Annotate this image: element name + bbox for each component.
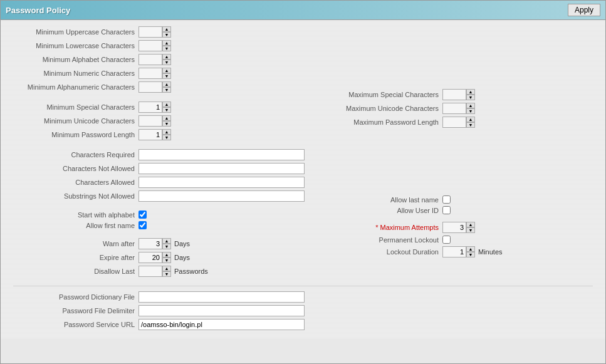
spinner-min-unicode[interactable]: ▲ ▼ (138, 115, 171, 127)
spinner-max-length[interactable]: ▲ ▼ (442, 117, 475, 128)
spinner-lowercase[interactable]: ▲ ▼ (138, 40, 171, 51)
input-chars-required[interactable] (138, 149, 305, 160)
input-service-url[interactable] (138, 319, 305, 330)
input-lowercase[interactable] (138, 40, 162, 51)
down-alphanumeric[interactable]: ▼ (162, 87, 171, 93)
form-row-uppercase: Minimum Uppercase Characters ▲ ▼ (13, 26, 305, 38)
down-max-special[interactable]: ▼ (466, 95, 475, 100)
up-expire[interactable]: ▲ (162, 252, 171, 257)
input-dict-file[interactable] (138, 291, 305, 303)
spinner-buttons-min-special[interactable]: ▲ ▼ (162, 101, 171, 113)
checkbox-permanent-lockout[interactable] (442, 236, 451, 244)
spinner-max-attempts[interactable]: ▲ ▼ (442, 222, 475, 233)
spinner-disallow[interactable]: ▲ ▼ (138, 266, 171, 277)
spinner-warn[interactable]: ▲ ▼ (138, 238, 171, 249)
input-min-length[interactable] (138, 129, 162, 140)
input-max-unicode[interactable] (442, 103, 466, 114)
spinner-buttons-max-attempts[interactable]: ▲ ▼ (466, 222, 475, 233)
input-min-special[interactable] (138, 101, 162, 113)
input-substrings[interactable] (138, 190, 305, 202)
down-min-unicode[interactable]: ▼ (162, 121, 171, 127)
up-uppercase[interactable]: ▲ (162, 26, 171, 32)
spinner-buttons-disallow[interactable]: ▲ ▼ (162, 266, 171, 277)
down-disallow[interactable]: ▼ (162, 271, 171, 277)
down-max-unicode[interactable]: ▼ (466, 108, 475, 114)
down-min-length[interactable]: ▼ (162, 135, 171, 140)
input-alphabet[interactable] (138, 54, 162, 65)
up-alphanumeric[interactable]: ▲ (162, 81, 171, 87)
spinner-min-length[interactable]: ▲ ▼ (138, 129, 171, 140)
spinner-expire[interactable]: ▲ ▼ (138, 252, 171, 263)
up-max-length[interactable]: ▲ (466, 117, 475, 122)
spinner-buttons-warn[interactable]: ▲ ▼ (162, 238, 171, 249)
spinner-alphabet[interactable]: ▲ ▼ (138, 54, 171, 65)
down-lockout-duration[interactable]: ▼ (466, 252, 475, 257)
down-max-length[interactable]: ▼ (466, 122, 475, 128)
spinner-buttons-numeric[interactable]: ▲ ▼ (162, 68, 171, 79)
form-row-min-special: Minimum Special Characters ▲ ▼ (13, 101, 305, 113)
apply-button[interactable]: Apply (568, 4, 600, 16)
spinner-lockout-duration[interactable]: ▲ ▼ (442, 246, 475, 257)
label-chars-required: Characters Required (13, 151, 138, 159)
up-numeric[interactable]: ▲ (162, 68, 171, 73)
warn-days-label: Days (174, 240, 190, 247)
spinner-buttons-lockout-duration[interactable]: ▲ ▼ (466, 246, 475, 257)
down-uppercase[interactable]: ▼ (162, 32, 171, 38)
input-numeric[interactable] (138, 68, 162, 79)
input-alphanumeric[interactable] (138, 81, 162, 93)
spinner-buttons-expire[interactable]: ▲ ▼ (162, 252, 171, 263)
down-max-attempts[interactable]: ▼ (466, 227, 475, 233)
up-min-unicode[interactable]: ▲ (162, 115, 171, 121)
up-max-attempts[interactable]: ▲ (466, 222, 475, 227)
down-numeric[interactable]: ▼ (162, 73, 171, 79)
form-row-dict-file: Password Dictionary File (13, 291, 593, 303)
checkbox-allow-lastname[interactable] (442, 195, 451, 204)
spinner-buttons-max-special[interactable]: ▲ ▼ (466, 89, 475, 100)
spinner-buttons-min-unicode[interactable]: ▲ ▼ (162, 115, 171, 127)
spinner-numeric[interactable]: ▲ ▼ (138, 68, 171, 79)
up-min-special[interactable]: ▲ (162, 101, 171, 107)
input-expire[interactable] (138, 252, 162, 263)
spinner-buttons-alphabet[interactable]: ▲ ▼ (162, 54, 171, 65)
spinner-buttons-max-unicode[interactable]: ▲ ▼ (466, 103, 475, 114)
down-lowercase[interactable]: ▼ (162, 46, 171, 51)
down-alphabet[interactable]: ▼ (162, 60, 171, 65)
spinner-buttons-max-length[interactable]: ▲ ▼ (466, 117, 475, 128)
input-lockout-duration[interactable] (442, 246, 466, 257)
spinner-buttons-min-length[interactable]: ▲ ▼ (162, 129, 171, 140)
up-max-special[interactable]: ▲ (466, 89, 475, 95)
spinner-buttons-alphanumeric[interactable]: ▲ ▼ (162, 81, 171, 93)
spinner-alphanumeric[interactable]: ▲ ▼ (138, 81, 171, 93)
down-min-special[interactable]: ▼ (162, 107, 171, 113)
up-min-length[interactable]: ▲ (162, 129, 171, 135)
input-min-unicode[interactable] (138, 115, 162, 127)
spinner-buttons-lowercase[interactable]: ▲ ▼ (162, 40, 171, 51)
spinner-max-special[interactable]: ▲ ▼ (442, 89, 475, 100)
spinner-max-unicode[interactable]: ▲ ▼ (442, 103, 475, 114)
input-chars-allowed[interactable] (138, 177, 305, 188)
input-max-special[interactable] (442, 89, 466, 100)
down-expire[interactable]: ▼ (162, 257, 171, 263)
input-warn[interactable] (138, 238, 162, 249)
input-max-attempts[interactable] (442, 222, 466, 233)
up-lowercase[interactable]: ▲ (162, 40, 171, 46)
spinner-buttons-uppercase[interactable]: ▲ ▼ (162, 26, 171, 38)
input-max-length[interactable] (442, 117, 466, 128)
checkbox-allow-firstname[interactable] (138, 221, 147, 229)
input-disallow[interactable] (138, 266, 162, 277)
up-max-unicode[interactable]: ▲ (466, 103, 475, 108)
input-uppercase[interactable] (138, 26, 162, 38)
label-chars-allowed: Characters Allowed (13, 179, 138, 186)
input-file-delim[interactable] (138, 305, 305, 316)
up-warn[interactable]: ▲ (162, 238, 171, 244)
up-lockout-duration[interactable]: ▲ (466, 246, 475, 252)
up-alphabet[interactable]: ▲ (162, 54, 171, 60)
spinner-uppercase[interactable]: ▲ ▼ (138, 26, 171, 38)
checkbox-allow-userid[interactable] (442, 206, 451, 214)
input-chars-not-allowed[interactable] (138, 163, 305, 174)
down-warn[interactable]: ▼ (162, 244, 171, 249)
label-warn: Warn after (13, 240, 138, 247)
checkbox-start-alpha[interactable] (138, 211, 147, 219)
spinner-min-special[interactable]: ▲ ▼ (138, 101, 171, 113)
up-disallow[interactable]: ▲ (162, 266, 171, 271)
